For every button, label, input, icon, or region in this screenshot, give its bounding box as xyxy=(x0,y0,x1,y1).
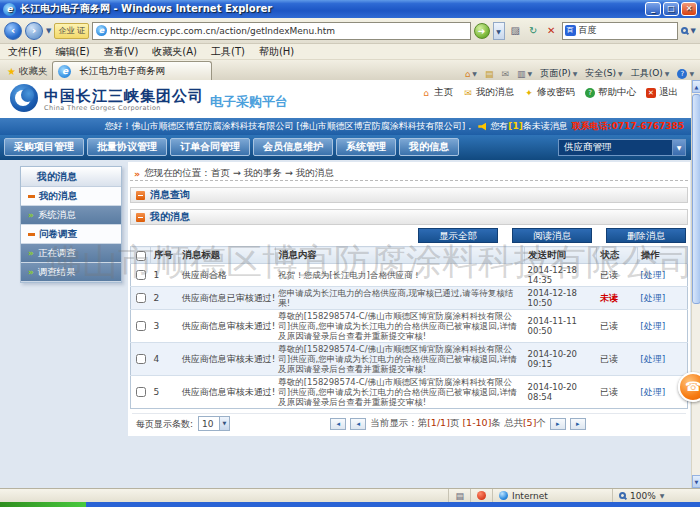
safety-menu-button[interactable]: 安全(S)▼ xyxy=(585,67,622,80)
last-page-button[interactable]: ▸ xyxy=(570,418,586,430)
select-all-checkbox[interactable] xyxy=(136,251,146,261)
close-button[interactable]: ✕ xyxy=(681,2,697,16)
read-mail-button[interactable]: ✉ xyxy=(502,69,510,79)
section-message-query[interactable]: 消息查询 xyxy=(130,187,688,203)
forward-button[interactable]: › xyxy=(25,22,43,40)
cell-content: 尊敬的[158298574-C/佛山市顺德区博宜防腐涂料科技有限公司]供应商,您… xyxy=(275,343,524,376)
cell-no: 5 xyxy=(151,376,179,409)
row-checkbox[interactable] xyxy=(136,387,146,397)
menu-item[interactable]: 文件(F) xyxy=(8,45,42,59)
section-my-messages[interactable]: 我的消息 xyxy=(130,209,688,225)
process-link[interactable]: [处理] xyxy=(640,354,665,364)
cell-status: 已读 xyxy=(597,264,637,287)
scroll-down-icon[interactable]: ▼ xyxy=(692,475,700,488)
nav-tab[interactable]: 采购项目管理 xyxy=(4,138,84,156)
section-collapse-icon xyxy=(136,213,145,222)
search-icon[interactable] xyxy=(681,27,688,34)
minimize-button[interactable]: _ xyxy=(645,2,661,16)
process-link[interactable]: [处理] xyxy=(640,293,665,303)
nav-tab[interactable]: 会员信息维护 xyxy=(253,138,333,156)
tools-menu-button[interactable]: 工具(O)▼ xyxy=(631,67,670,80)
browser-tab[interactable]: e 长江电力电子商务网 xyxy=(52,61,212,80)
scroll-up-icon[interactable]: ▲ xyxy=(692,80,700,93)
go-button[interactable]: ➜ xyxy=(474,23,490,39)
cell-title: 供应商合格 xyxy=(179,264,276,287)
windows-taskbar[interactable] xyxy=(0,502,700,507)
printer-icon: ▥ xyxy=(517,69,526,79)
prev-page-button[interactable]: ◂ xyxy=(350,418,366,430)
chevron-down-icon[interactable]: ▼ xyxy=(219,417,229,430)
row-checkbox[interactable] xyxy=(136,321,146,331)
sidebar-item[interactable]: »正在调查 xyxy=(21,244,121,263)
address-input[interactable] xyxy=(110,26,467,36)
quick-link[interactable]: 退出 xyxy=(646,86,678,99)
maximize-button[interactable]: □ xyxy=(663,2,679,16)
zoom-level: 100% xyxy=(630,491,656,501)
vertical-scrollbar[interactable]: ▲ ▼ xyxy=(691,80,700,488)
favorites-button[interactable]: ★ 收藏夹 xyxy=(2,63,52,80)
nav-tab[interactable]: 订单合同管理 xyxy=(170,138,250,156)
menu-item[interactable]: 查看(V) xyxy=(104,45,139,59)
role-select[interactable]: 供应商管理 ▼ xyxy=(558,139,686,156)
address-dropdown-icon[interactable]: ▼ xyxy=(493,22,505,40)
feeds-button[interactable]: ▤ xyxy=(485,69,494,79)
table-row: 3供应商信息审核未通过!尊敬的[158298574-C/佛山市顺德区博宜防腐涂料… xyxy=(131,310,688,343)
nav-tab[interactable]: 系统管理 xyxy=(336,138,396,156)
per-page-label: 每页显示条数: xyxy=(136,419,194,429)
quick-link[interactable]: 帮助中心 xyxy=(585,86,636,99)
start-button[interactable] xyxy=(0,502,86,507)
zoom-dropdown-icon[interactable]: ▼ xyxy=(660,492,665,499)
nav-tab[interactable]: 批量协议管理 xyxy=(87,138,167,156)
sidebar-item[interactable]: »系统消息 xyxy=(21,206,121,225)
select-all-header xyxy=(131,247,151,264)
menu-item[interactable]: 编辑(E) xyxy=(56,45,90,59)
row-checkbox[interactable] xyxy=(136,354,146,364)
help-icon xyxy=(585,88,595,98)
address-field[interactable]: e xyxy=(92,22,471,40)
action-button[interactable]: 删除消息 xyxy=(606,228,686,243)
process-link[interactable]: [处理] xyxy=(640,321,665,331)
sidebar-item[interactable]: »调查结果 xyxy=(21,263,121,282)
quick-link[interactable]: 修改密码 xyxy=(524,86,575,99)
compatibility-view-icon[interactable]: ▨ xyxy=(508,22,523,40)
process-link[interactable]: [处理] xyxy=(640,387,665,397)
next-page-button[interactable]: ▸ xyxy=(550,418,566,430)
help-menu-button[interactable]: ?▼ xyxy=(677,69,694,79)
stop-icon[interactable]: ✕ xyxy=(544,22,559,40)
print-button[interactable]: ▥▼ xyxy=(517,69,532,79)
history-dropdown-icon[interactable]: ▼ xyxy=(46,27,51,35)
breadcrumb-text: 您现在的位置：首页 → 我的事务 → 我的消息 xyxy=(144,167,334,180)
feed-icon: ▤ xyxy=(485,69,494,79)
first-page-button[interactable]: ◂ xyxy=(330,418,346,430)
row-checkbox[interactable] xyxy=(136,270,146,280)
cell-no: 4 xyxy=(151,343,179,376)
action-button[interactable]: 显示全部 xyxy=(418,228,498,243)
scrollbar-thumb[interactable] xyxy=(692,94,700,304)
per-page-select[interactable]: 10 ▼ xyxy=(198,416,230,431)
home-command-button[interactable]: ⌂▼ xyxy=(465,69,477,79)
row-checkbox[interactable] xyxy=(136,293,146,303)
action-button[interactable]: 阅读消息 xyxy=(512,228,592,243)
process-link[interactable]: [处理] xyxy=(640,270,665,280)
search-box[interactable]: 百 百度 xyxy=(562,22,678,40)
unread-notice[interactable]: 您有[1]条未读消息 xyxy=(490,120,568,133)
nav-tab[interactable]: 我的信息 xyxy=(399,138,459,156)
quick-link[interactable]: 我的消息 xyxy=(463,86,514,99)
speaker-icon xyxy=(478,123,486,131)
cell-title: 供应商信息审核未通过! xyxy=(179,376,276,409)
menu-item[interactable]: 帮助(H) xyxy=(259,45,294,59)
refresh-icon[interactable]: ↻ xyxy=(526,22,541,40)
search-dropdown-icon[interactable]: ▼ xyxy=(691,27,696,35)
back-button[interactable]: ‹ xyxy=(4,22,22,40)
quick-link[interactable]: 主页 xyxy=(421,86,453,99)
chevron-down-icon[interactable]: ▼ xyxy=(672,140,685,155)
zoom-control[interactable]: 100% ▼ xyxy=(612,489,700,502)
cell-time: 2014-12-18 14:35 xyxy=(525,264,597,287)
messages-table: 序号消息标题消息内容发送时间状态操作 1供应商合格祝贺！您成为[长江电力]合格供… xyxy=(130,246,688,409)
sidebar-item[interactable]: 问卷调查 xyxy=(21,225,121,244)
sidebar-item[interactable]: 我的消息 xyxy=(21,187,121,206)
service-float-button[interactable]: ☎ xyxy=(678,372,700,402)
menu-item[interactable]: 工具(T) xyxy=(211,45,245,59)
page-menu-button[interactable]: 页面(P)▼ xyxy=(540,67,577,80)
menu-item[interactable]: 收藏夹(A) xyxy=(152,45,197,59)
